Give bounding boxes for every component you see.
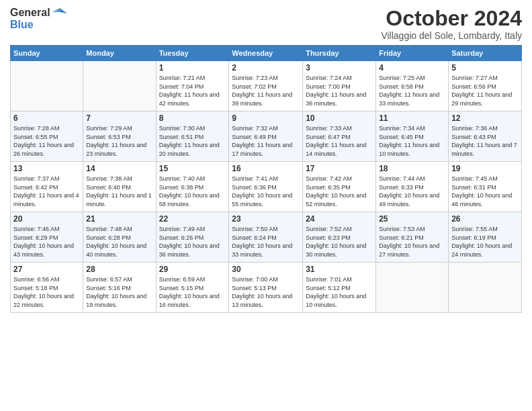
day-info: Sunrise: 7:27 AMSunset: 6:56 PMDaylight:… (451, 74, 519, 107)
day-info: Sunrise: 7:32 AMSunset: 6:49 PMDaylight:… (232, 124, 300, 158)
page: General Blue October 2024 Villaggio del … (0, 0, 532, 320)
day-info: Sunrise: 7:41 AMSunset: 6:36 PMDaylight:… (232, 175, 300, 208)
logo-blue: Blue (10, 19, 34, 30)
header-monday: Monday (83, 46, 156, 61)
calendar-cell: 26Sunrise: 7:55 AMSunset: 6:19 PMDayligh… (449, 212, 522, 263)
day-info: Sunrise: 7:53 AMSunset: 6:21 PMDaylight:… (379, 225, 445, 259)
calendar-cell: 10Sunrise: 7:33 AMSunset: 6:47 PMDayligh… (303, 111, 376, 162)
calendar-cell: 18Sunrise: 7:44 AMSunset: 6:33 PMDayligh… (376, 162, 449, 212)
day-number: 18 (379, 164, 445, 173)
day-number: 20 (13, 214, 80, 224)
calendar-cell (376, 263, 449, 313)
day-number: 29 (159, 265, 226, 274)
header-row: SundayMondayTuesdayWednesdayThursdayFrid… (11, 46, 522, 61)
calendar-cell: 23Sunrise: 7:50 AMSunset: 6:24 PMDayligh… (229, 212, 303, 263)
day-info: Sunrise: 7:49 AMSunset: 6:26 PMDaylight:… (159, 225, 226, 259)
day-info: Sunrise: 7:38 AMSunset: 6:40 PMDaylight:… (86, 175, 152, 208)
svg-marker-1 (52, 8, 60, 12)
day-number: 3 (306, 63, 373, 73)
calendar-cell: 27Sunrise: 6:56 AMSunset: 5:18 PMDayligh… (11, 263, 83, 313)
day-info: Sunrise: 7:42 AMSunset: 6:35 PMDaylight:… (306, 175, 373, 208)
week-row: 27Sunrise: 6:56 AMSunset: 5:18 PMDayligh… (11, 263, 522, 313)
calendar-cell: 5Sunrise: 7:27 AMSunset: 6:56 PMDaylight… (449, 61, 522, 111)
day-info: Sunrise: 7:21 AMSunset: 7:04 PMDaylight:… (159, 74, 226, 107)
week-row: 6Sunrise: 7:28 AMSunset: 6:55 PMDaylight… (11, 111, 522, 162)
subtitle: Villaggio del Sole, Lombardy, Italy (381, 30, 522, 41)
day-info: Sunrise: 6:57 AMSunset: 5:16 PMDaylight:… (86, 275, 152, 309)
day-number: 17 (306, 164, 373, 173)
day-info: Sunrise: 7:34 AMSunset: 6:45 PMDaylight:… (379, 124, 445, 158)
day-info: Sunrise: 7:50 AMSunset: 6:24 PMDaylight:… (232, 225, 300, 259)
calendar-cell: 20Sunrise: 7:46 AMSunset: 6:29 PMDayligh… (11, 212, 83, 263)
header-thursday: Thursday (303, 46, 376, 61)
day-number: 9 (232, 113, 300, 123)
logo-general: General (10, 7, 50, 19)
calendar-cell: 1Sunrise: 7:21 AMSunset: 7:04 PMDaylight… (156, 61, 229, 111)
day-info: Sunrise: 7:45 AMSunset: 6:31 PMDaylight:… (451, 175, 519, 208)
logo-bird-icon (52, 7, 67, 19)
day-number: 19 (451, 164, 519, 173)
calendar-cell: 9Sunrise: 7:32 AMSunset: 6:49 PMDaylight… (229, 111, 303, 162)
calendar-cell: 12Sunrise: 7:36 AMSunset: 6:43 PMDayligh… (449, 111, 522, 162)
day-number: 5 (451, 63, 519, 73)
calendar-cell: 31Sunrise: 7:01 AMSunset: 5:12 PMDayligh… (303, 263, 376, 313)
day-number: 31 (306, 265, 373, 274)
month-title: October 2024 (381, 7, 522, 30)
day-info: Sunrise: 7:23 AMSunset: 7:02 PMDaylight:… (232, 74, 300, 107)
calendar-cell: 16Sunrise: 7:41 AMSunset: 6:36 PMDayligh… (229, 162, 303, 212)
day-info: Sunrise: 7:46 AMSunset: 6:29 PMDaylight:… (13, 225, 80, 259)
day-number: 27 (13, 265, 80, 274)
calendar: SundayMondayTuesdayWednesdayThursdayFrid… (10, 45, 522, 313)
calendar-cell (83, 61, 156, 111)
day-number: 23 (232, 214, 300, 224)
day-info: Sunrise: 6:59 AMSunset: 5:15 PMDaylight:… (159, 275, 226, 309)
day-info: Sunrise: 7:24 AMSunset: 7:00 PMDaylight:… (306, 74, 373, 107)
day-number: 12 (451, 113, 519, 123)
day-number: 7 (86, 113, 152, 123)
calendar-cell: 19Sunrise: 7:45 AMSunset: 6:31 PMDayligh… (449, 162, 522, 212)
header-sunday: Sunday (11, 46, 83, 61)
day-info: Sunrise: 7:40 AMSunset: 6:38 PMDaylight:… (159, 175, 226, 208)
calendar-cell: 6Sunrise: 7:28 AMSunset: 6:55 PMDaylight… (11, 111, 83, 162)
week-row: 1Sunrise: 7:21 AMSunset: 7:04 PMDaylight… (11, 61, 522, 111)
day-info: Sunrise: 7:44 AMSunset: 6:33 PMDaylight:… (379, 175, 445, 208)
day-number: 28 (86, 265, 152, 274)
calendar-cell: 3Sunrise: 7:24 AMSunset: 7:00 PMDaylight… (303, 61, 376, 111)
calendar-cell: 4Sunrise: 7:25 AMSunset: 6:58 PMDaylight… (376, 61, 449, 111)
calendar-cell: 29Sunrise: 6:59 AMSunset: 5:15 PMDayligh… (156, 263, 229, 313)
logo: General Blue (10, 7, 67, 31)
day-info: Sunrise: 7:01 AMSunset: 5:12 PMDaylight:… (306, 275, 373, 309)
calendar-cell: 2Sunrise: 7:23 AMSunset: 7:02 PMDaylight… (229, 61, 303, 111)
calendar-cell: 30Sunrise: 7:00 AMSunset: 5:13 PMDayligh… (229, 263, 303, 313)
day-info: Sunrise: 7:48 AMSunset: 6:28 PMDaylight:… (86, 225, 152, 259)
day-number: 13 (13, 164, 80, 173)
day-number: 26 (451, 214, 519, 224)
day-info: Sunrise: 7:36 AMSunset: 6:43 PMDaylight:… (451, 124, 519, 158)
day-number: 2 (232, 63, 300, 73)
day-info: Sunrise: 7:28 AMSunset: 6:55 PMDaylight:… (13, 124, 80, 158)
calendar-cell: 13Sunrise: 7:37 AMSunset: 6:42 PMDayligh… (11, 162, 83, 212)
calendar-cell: 15Sunrise: 7:40 AMSunset: 6:38 PMDayligh… (156, 162, 229, 212)
header-saturday: Saturday (449, 46, 522, 61)
day-number: 4 (379, 63, 445, 73)
calendar-cell: 22Sunrise: 7:49 AMSunset: 6:26 PMDayligh… (156, 212, 229, 263)
week-row: 13Sunrise: 7:37 AMSunset: 6:42 PMDayligh… (11, 162, 522, 212)
day-info: Sunrise: 7:55 AMSunset: 6:19 PMDaylight:… (451, 225, 519, 259)
day-number: 25 (379, 214, 445, 224)
calendar-cell: 25Sunrise: 7:53 AMSunset: 6:21 PMDayligh… (376, 212, 449, 263)
header-tuesday: Tuesday (156, 46, 229, 61)
calendar-cell: 21Sunrise: 7:48 AMSunset: 6:28 PMDayligh… (83, 212, 156, 263)
header-friday: Friday (376, 46, 449, 61)
day-info: Sunrise: 6:56 AMSunset: 5:18 PMDaylight:… (13, 275, 80, 309)
day-info: Sunrise: 7:30 AMSunset: 6:51 PMDaylight:… (159, 124, 226, 158)
day-number: 30 (232, 265, 300, 274)
day-info: Sunrise: 7:37 AMSunset: 6:42 PMDaylight:… (13, 175, 80, 208)
day-info: Sunrise: 7:29 AMSunset: 6:53 PMDaylight:… (86, 124, 152, 158)
day-info: Sunrise: 7:25 AMSunset: 6:58 PMDaylight:… (379, 74, 445, 107)
header: General Blue October 2024 Villaggio del … (10, 7, 522, 41)
calendar-cell: 17Sunrise: 7:42 AMSunset: 6:35 PMDayligh… (303, 162, 376, 212)
day-number: 11 (379, 113, 445, 123)
calendar-cell (449, 263, 522, 313)
calendar-cell: 7Sunrise: 7:29 AMSunset: 6:53 PMDaylight… (83, 111, 156, 162)
calendar-cell: 24Sunrise: 7:52 AMSunset: 6:23 PMDayligh… (303, 212, 376, 263)
